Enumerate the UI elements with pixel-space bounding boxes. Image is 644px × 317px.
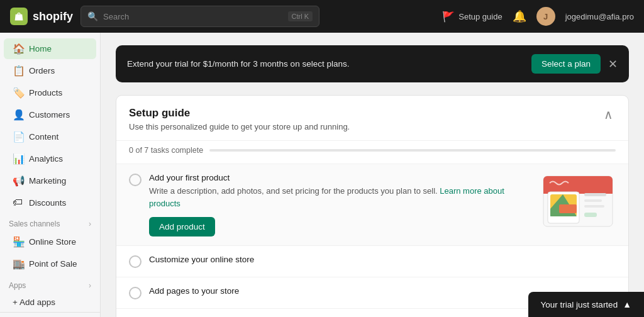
- customers-icon: 👤: [13, 109, 24, 121]
- learn-more-products-link[interactable]: Learn more about products: [149, 186, 504, 208]
- search-shortcut: Ctrl K: [288, 11, 313, 21]
- flag-icon: 🚩: [442, 11, 455, 23]
- discounts-icon: 🏷: [13, 197, 24, 208]
- sidebar-item-home[interactable]: 🏠 Home: [4, 38, 96, 59]
- sidebar-item-products-label: Products: [29, 88, 62, 97]
- sidebar-item-orders-label: Orders: [29, 66, 55, 75]
- chevron-up-icon: ▲: [623, 299, 631, 309]
- bag-icon: [13, 11, 25, 22]
- apps-label: Apps: [9, 281, 26, 290]
- product-illustration: [540, 173, 616, 232]
- content-icon: 📄: [13, 131, 24, 143]
- trial-banner: Extend your trial for $1/month for 3 mon…: [116, 45, 629, 82]
- trial-banner-close-button[interactable]: ✕: [608, 58, 618, 70]
- header-right: 🚩 Setup guide 🔔 J jogedimu@afia.pro: [442, 7, 634, 26]
- avatar-initials: J: [543, 12, 548, 21]
- setup-guide-collapse-button[interactable]: ∧: [601, 107, 616, 122]
- sidebar-item-customers[interactable]: 👤 Customers: [4, 104, 96, 125]
- sidebar-item-discounts-label: Discounts: [29, 198, 66, 208]
- task-radio-customize-store: [129, 255, 142, 268]
- orders-icon: 📋: [13, 65, 24, 77]
- setup-guide-label: Setup guide: [458, 12, 502, 21]
- notifications-button[interactable]: 🔔: [513, 9, 526, 23]
- sidebar-item-content[interactable]: 📄 Content: [4, 126, 96, 147]
- progress-row: 0 of 7 tasks complete: [116, 141, 628, 164]
- add-apps-label: + Add apps: [13, 298, 55, 307]
- task-desc-add-product: Write a description, add photos, and set…: [149, 185, 526, 209]
- online-store-icon: 🏪: [13, 236, 24, 248]
- sidebar-item-content-label: Content: [29, 132, 58, 142]
- trial-started-bar[interactable]: Your trial just started ▲: [528, 292, 644, 317]
- home-icon: 🏠: [13, 43, 24, 55]
- sales-channels-label: Sales channels: [9, 220, 60, 228]
- point-of-sale-icon: 🏬: [13, 258, 24, 270]
- marketing-icon: 📢: [13, 175, 24, 187]
- task-content-add-product: Add your first product Write a descripti…: [149, 173, 526, 236]
- sidebar: 🏠 Home 📋 Orders 🏷️ Products 👤 Customers …: [0, 33, 101, 317]
- user-name[interactable]: jogedimu@afia.pro: [565, 12, 634, 21]
- bell-icon: 🔔: [513, 9, 526, 23]
- sidebar-item-online-store[interactable]: 🏪 Online Store: [4, 231, 96, 252]
- sidebar-item-discounts[interactable]: 🏷 Discounts: [4, 192, 96, 213]
- analytics-icon: 📊: [13, 153, 24, 165]
- sidebar-item-products[interactable]: 🏷️ Products: [4, 82, 96, 103]
- search-bar[interactable]: 🔍 Ctrl K: [80, 6, 319, 27]
- task-item-customize-store[interactable]: Customize your online store: [116, 245, 628, 277]
- task-content-customize-store: Customize your online store: [149, 255, 616, 267]
- task-radio-add-pages: [129, 287, 142, 299]
- select-plan-button[interactable]: Select a plan: [531, 54, 601, 74]
- svg-rect-9: [584, 205, 604, 208]
- task-item-add-product[interactable]: Add your first product Write a descripti…: [116, 164, 628, 245]
- setup-card-header: Setup guide Use this personalized guide …: [116, 96, 628, 141]
- setup-guide-card: Setup guide Use this personalized guide …: [116, 95, 629, 317]
- svg-rect-7: [584, 193, 606, 196]
- svg-rect-8: [584, 199, 602, 202]
- svg-rect-10: [584, 213, 597, 217]
- sidebar-item-customers-label: Customers: [29, 110, 70, 120]
- sidebar-item-orders[interactable]: 📋 Orders: [4, 60, 96, 81]
- trial-started-label: Your trial just started: [541, 300, 618, 309]
- setup-card-header-text: Setup guide Use this personalized guide …: [129, 107, 350, 131]
- product-illustration-svg: [540, 173, 616, 230]
- sidebar-item-online-store-label: Online Store: [29, 237, 76, 247]
- sales-channels-section: Sales channels ›: [0, 213, 100, 231]
- setup-guide-title: Setup guide: [129, 107, 350, 120]
- sales-channels-chevron[interactable]: ›: [89, 220, 91, 228]
- apps-chevron[interactable]: ›: [89, 281, 91, 290]
- sidebar-item-marketing[interactable]: 📢 Marketing: [4, 170, 96, 191]
- main-layout: 🏠 Home 📋 Orders 🏷️ Products 👤 Customers …: [0, 33, 644, 317]
- add-product-button[interactable]: Add product: [149, 217, 215, 236]
- sidebar-item-analytics[interactable]: 📊 Analytics: [4, 148, 96, 169]
- header-logo: shopify: [10, 8, 73, 25]
- sidebar-bottom: ⚙️ Settings: [0, 312, 100, 317]
- apps-section: Apps ›: [0, 275, 100, 292]
- products-icon: 🏷️: [13, 87, 24, 99]
- shopify-wordmark: shopify: [33, 10, 73, 23]
- header: shopify 🔍 Ctrl K 🚩 Setup guide 🔔 J joged…: [0, 0, 644, 33]
- sidebar-item-marketing-label: Marketing: [29, 176, 66, 186]
- progress-bar-track: [209, 149, 616, 152]
- sidebar-item-home-label: Home: [29, 44, 52, 53]
- search-icon: 🔍: [87, 11, 98, 21]
- setup-guide-button[interactable]: 🚩 Setup guide: [442, 11, 502, 23]
- task-title-add-product: Add your first product: [149, 173, 526, 182]
- avatar[interactable]: J: [536, 7, 555, 26]
- task-title-customize-store: Customize your online store: [149, 255, 616, 264]
- sidebar-item-pos-label: Point of Sale: [29, 259, 77, 269]
- progress-text: 0 of 7 tasks complete: [129, 146, 203, 155]
- task-radio-add-product: [129, 174, 142, 186]
- sidebar-item-add-apps[interactable]: + Add apps: [4, 293, 96, 311]
- shopify-logo-icon: [10, 8, 28, 25]
- sidebar-item-point-of-sale[interactable]: 🏬 Point of Sale: [4, 253, 96, 274]
- sidebar-item-analytics-label: Analytics: [29, 154, 63, 164]
- trial-banner-actions: Select a plan ✕: [531, 54, 618, 74]
- search-input[interactable]: [103, 12, 283, 21]
- svg-rect-6: [559, 204, 577, 213]
- trial-banner-text: Extend your trial for $1/month for 3 mon…: [127, 59, 531, 69]
- content-area: Extend your trial for $1/month for 3 mon…: [101, 33, 644, 317]
- setup-guide-subtitle: Use this personalized guide to get your …: [129, 122, 350, 131]
